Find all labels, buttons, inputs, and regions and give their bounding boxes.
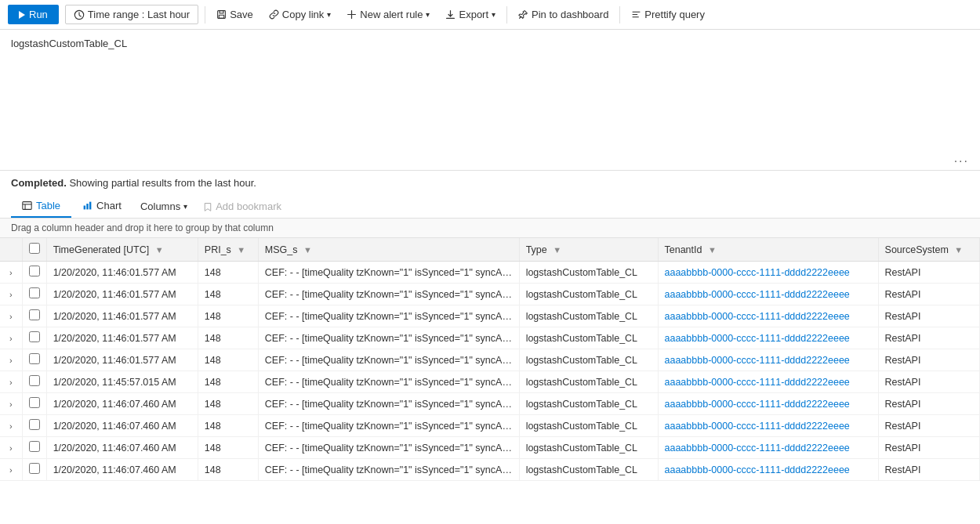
expand-row-button[interactable]: › <box>6 399 16 409</box>
pin-dashboard-button[interactable]: Pin to dashboard <box>514 5 613 23</box>
filter-icon-sourcesystem[interactable]: ▼ <box>954 245 963 255</box>
query-editor[interactable]: logstashCustomTable_CL ... <box>0 30 980 171</box>
cell-type: logstashCustomTable_CL <box>519 415 658 437</box>
columns-button[interactable]: Columns ▾ <box>132 196 195 217</box>
cell-tenantid: aaaabbbb-0000-cccc-1111-dddd2222eeee <box>658 349 878 371</box>
results-table-container[interactable]: TimeGenerated [UTC] ▼ PRI_s ▼ MSG_s ▼ Ty… <box>0 238 980 481</box>
cell-sourcesystem: RestAPI <box>878 305 979 327</box>
filter-icon-timegenerated[interactable]: ▼ <box>155 245 164 255</box>
table-icon <box>22 201 32 211</box>
cell-timegenerated: 1/20/2020, 11:46:01.577 AM <box>46 284 198 305</box>
expand-row-button[interactable]: › <box>6 334 16 343</box>
prettify-icon <box>631 9 641 20</box>
cell-pri-s: 148 <box>198 349 258 371</box>
expand-row-button[interactable]: › <box>6 465 16 475</box>
columns-label: Columns <box>140 201 180 212</box>
filter-icon-tenantid[interactable]: ▼ <box>708 245 717 255</box>
row-checkbox[interactable] <box>29 375 40 386</box>
cell-type: logstashCustomTable_CL <box>519 305 658 327</box>
export-icon <box>445 9 456 20</box>
cell-msg-s: CEF: - - [timeQuality tzKnown="1" isSync… <box>258 415 519 437</box>
row-checkbox[interactable] <box>29 441 40 452</box>
drag-hint: Drag a column header and drop it here to… <box>0 219 980 238</box>
status-rest: Showing partial results from the last ho… <box>67 177 256 189</box>
select-all-checkbox[interactable] <box>29 243 40 254</box>
expand-row-button[interactable]: › <box>6 378 16 387</box>
add-bookmark-button[interactable]: Add bookmark <box>195 196 289 217</box>
cell-timegenerated: 1/20/2020, 11:46:07.460 AM <box>46 459 198 481</box>
sep-2 <box>506 6 507 23</box>
drag-hint-text: Drag a column header and drop it here to… <box>11 222 274 233</box>
row-checkbox[interactable] <box>29 397 40 408</box>
cell-msg-s: CEF: - - [timeQuality tzKnown="1" isSync… <box>258 305 519 327</box>
tabs-row: Table Chart Columns ▾ Add bookmark <box>0 192 980 219</box>
cell-type: logstashCustomTable_CL <box>519 459 658 481</box>
save-label: Save <box>230 9 253 20</box>
run-button[interactable]: Run <box>8 5 59 24</box>
save-button[interactable]: Save <box>212 5 258 23</box>
expand-row-button[interactable]: › <box>6 443 16 453</box>
cell-pri-s: 148 <box>198 393 258 415</box>
copy-link-button[interactable]: Copy link ▾ <box>264 5 336 23</box>
table-row: ›1/20/2020, 11:46:01.577 AM148CEF: - - [… <box>0 327 980 349</box>
row-checkbox[interactable] <box>29 287 40 298</box>
cell-tenantid: aaaabbbb-0000-cccc-1111-dddd2222eeee <box>658 284 878 305</box>
table-row: ›1/20/2020, 11:46:01.577 AM148CEF: - - [… <box>0 349 980 371</box>
status-bold: Completed. <box>11 177 67 189</box>
row-checkbox[interactable] <box>29 266 40 276</box>
row-checkbox[interactable] <box>29 353 40 364</box>
expand-row-button[interactable]: › <box>6 312 16 321</box>
cell-pri-s: 148 <box>198 284 258 305</box>
col-header-expand <box>0 238 22 262</box>
cell-msg-s: CEF: - - [timeQuality tzKnown="1" isSync… <box>258 371 519 393</box>
run-label: Run <box>29 9 48 20</box>
expand-row-button[interactable]: › <box>6 421 16 431</box>
new-alert-button[interactable]: New alert rule ▾ <box>342 5 434 23</box>
cell-timegenerated: 1/20/2020, 11:46:01.577 AM <box>46 305 198 327</box>
row-checkbox[interactable] <box>29 331 40 342</box>
results-table: TimeGenerated [UTC] ▼ PRI_s ▼ MSG_s ▼ Ty… <box>0 238 980 481</box>
time-range-button[interactable]: Time range : Last hour <box>65 5 198 24</box>
export-chevron: ▾ <box>492 10 495 19</box>
filter-icon-type[interactable]: ▼ <box>553 245 561 255</box>
cell-type: logstashCustomTable_CL <box>519 349 658 371</box>
tab-table[interactable]: Table <box>11 195 71 218</box>
cell-sourcesystem: RestAPI <box>878 262 979 284</box>
row-checkbox[interactable] <box>29 463 40 474</box>
export-button[interactable]: Export ▾ <box>441 5 500 23</box>
col-header-pri-s[interactable]: PRI_s ▼ <box>198 238 258 262</box>
filter-icon-msg-s[interactable]: ▼ <box>303 245 312 255</box>
status-bar: Completed. Showing partial results from … <box>0 171 980 192</box>
link-icon <box>269 9 279 20</box>
cell-sourcesystem: RestAPI <box>878 327 979 349</box>
table-row: ›1/20/2020, 11:46:07.460 AM148CEF: - - [… <box>0 437 980 459</box>
tab-chart[interactable]: Chart <box>71 195 132 218</box>
col-header-type[interactable]: Type ▼ <box>519 238 658 262</box>
cell-sourcesystem: RestAPI <box>878 415 979 437</box>
filter-icon-pri-s[interactable]: ▼ <box>237 245 245 255</box>
cell-tenantid: aaaabbbb-0000-cccc-1111-dddd2222eeee <box>658 393 878 415</box>
bookmark-label: Add bookmark <box>216 201 281 212</box>
row-checkbox[interactable] <box>29 309 40 320</box>
row-checkbox[interactable] <box>29 419 40 430</box>
prettify-button[interactable]: Prettify query <box>626 5 710 23</box>
new-alert-label: New alert rule <box>360 9 423 20</box>
expand-row-button[interactable]: › <box>6 290 16 299</box>
cell-msg-s: CEF: - - [timeQuality tzKnown="1" isSync… <box>258 349 519 371</box>
new-alert-chevron: ▾ <box>426 10 430 19</box>
table-row: ›1/20/2020, 11:46:01.577 AM148CEF: - - [… <box>0 284 980 305</box>
cell-timegenerated: 1/20/2020, 11:45:57.015 AM <box>46 371 198 393</box>
expand-row-button[interactable]: › <box>6 356 16 365</box>
cell-sourcesystem: RestAPI <box>878 459 979 481</box>
svg-line-2 <box>79 15 82 16</box>
col-header-sourcesystem[interactable]: SourceSystem ▼ <box>878 238 979 262</box>
col-header-timegenerated[interactable]: TimeGenerated [UTC] ▼ <box>46 238 198 262</box>
cell-pri-s: 148 <box>198 305 258 327</box>
col-header-msg-s[interactable]: MSG_s ▼ <box>258 238 519 262</box>
expand-row-button[interactable]: › <box>6 268 16 277</box>
col-header-tenantid[interactable]: TenantId ▼ <box>658 238 878 262</box>
ellipsis: ... <box>954 151 969 165</box>
cell-msg-s: CEF: - - [timeQuality tzKnown="1" isSync… <box>258 284 519 305</box>
cell-tenantid: aaaabbbb-0000-cccc-1111-dddd2222eeee <box>658 262 878 284</box>
table-row: ›1/20/2020, 11:46:01.577 AM148CEF: - - [… <box>0 305 980 327</box>
